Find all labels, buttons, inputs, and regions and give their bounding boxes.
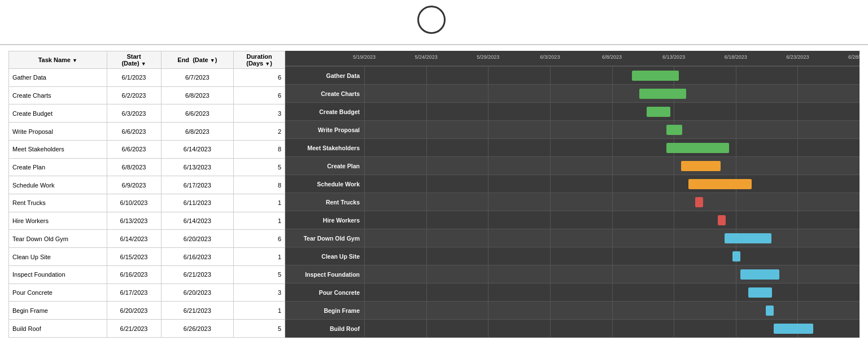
task-duration: 8	[234, 140, 285, 158]
col-start[interactable]: Start(Date) ▼	[107, 51, 161, 69]
gantt-row: Schedule Work	[285, 175, 860, 193]
table-row: Create Charts 6/2/2023 6/8/2023 6	[9, 86, 285, 104]
gantt-rows: Gather DataCreate ChartsCreate BudgetWri…	[285, 67, 860, 338]
gantt-vline	[612, 175, 613, 193]
gantt-row: Create Budget	[285, 103, 860, 121]
gantt-bar	[774, 324, 813, 334]
gantt-vline	[488, 229, 488, 247]
gantt-track	[364, 157, 860, 175]
task-start: 6/15/2023	[107, 248, 161, 266]
gantt-bar	[666, 143, 729, 153]
col-task[interactable]: Task Name ▼	[9, 51, 107, 69]
gantt-vline	[612, 139, 613, 156]
gantt-bar	[681, 161, 720, 171]
filter-icon-dur[interactable]: ▼	[265, 61, 270, 67]
table-row: Write Proposal 6/6/2023 6/8/2023 2	[9, 123, 285, 141]
gantt-row: Write Proposal	[285, 121, 860, 139]
task-end: 6/21/2023	[161, 302, 234, 320]
gantt-vline	[674, 265, 674, 283]
gantt-row-label: Build Roof	[285, 325, 364, 332]
gantt-inner: 5/19/20235/24/20235/29/20236/3/20236/8/2…	[285, 51, 860, 338]
task-name: Inspect Foundation	[9, 265, 107, 284]
gantt-vline	[488, 284, 488, 301]
gantt-vline	[736, 85, 736, 102]
filter-icon-start[interactable]: ▼	[141, 61, 146, 67]
gantt-vline	[612, 320, 613, 337]
task-name: Pour Concrete	[9, 284, 107, 302]
gantt-vline	[797, 284, 798, 301]
gantt-row-label: Begin Frame	[285, 307, 364, 314]
gantt-row: Meet Stakeholders	[285, 139, 860, 157]
filter-icon-end[interactable]: ▼	[210, 58, 215, 63]
col-end[interactable]: End (Date ▼)	[161, 51, 234, 69]
gantt-vline	[488, 157, 488, 175]
gantt-vline	[612, 67, 613, 84]
gantt-vline	[364, 139, 365, 156]
gantt-track	[364, 121, 860, 138]
gantt-row-label: Inspect Foundation	[285, 271, 364, 278]
gantt-vline	[550, 265, 551, 283]
gantt-row: Pour Concrete	[285, 284, 860, 302]
task-name: Begin Frame	[9, 302, 107, 320]
gantt-bar	[718, 215, 726, 225]
gantt-vline	[550, 157, 551, 175]
gantt-vline	[736, 67, 736, 84]
gantt-track	[364, 139, 860, 156]
gantt-header-row: 5/19/20235/24/20235/29/20236/3/20236/8/2…	[285, 51, 860, 67]
gantt-vline	[426, 103, 427, 120]
task-duration: 1	[234, 212, 285, 230]
gantt-vline	[426, 157, 427, 175]
gantt-vline	[612, 103, 613, 120]
gantt-vline	[550, 67, 551, 84]
table-row: Clean Up Site 6/15/2023 6/16/2023 1	[9, 248, 285, 266]
gantt-vline	[426, 175, 427, 193]
gantt-vline	[364, 85, 365, 102]
task-end: 6/14/2023	[161, 212, 234, 230]
top-area	[0, 0, 868, 45]
gantt-vline	[488, 85, 488, 102]
task-name: Tear Down Old Gym	[9, 230, 107, 248]
gantt-date-label: 6/18/2023	[725, 54, 747, 60]
gantt-track	[364, 103, 860, 120]
table-row: Meet Stakeholders 6/6/2023 6/14/2023 8	[9, 140, 285, 158]
gantt-vline	[426, 85, 427, 102]
gantt-vline	[488, 211, 488, 229]
gantt-vline	[364, 302, 365, 319]
gantt-track	[364, 175, 860, 193]
task-end: 6/14/2023	[161, 140, 234, 158]
gantt-row: Create Charts	[285, 85, 860, 103]
col-duration[interactable]: Duration(Days ▼)	[234, 51, 285, 69]
task-duration: 1	[234, 302, 285, 320]
filter-icon[interactable]: ▼	[72, 58, 77, 63]
gantt-date-label: 6/23/2023	[786, 54, 809, 60]
gantt-vline	[364, 229, 365, 247]
gantt-vline	[612, 193, 613, 211]
task-name: Clean Up Site	[9, 248, 107, 266]
gantt-bar	[732, 251, 740, 261]
gantt-vline	[674, 175, 674, 193]
gantt-row-label: Hire Workers	[285, 217, 364, 224]
gantt-track	[364, 193, 860, 211]
task-start: 6/20/2023	[107, 302, 161, 320]
main-content: Task Name ▼ Start(Date) ▼ End (Date ▼) D…	[0, 48, 868, 341]
gantt-track	[364, 211, 860, 229]
gantt-bar	[725, 233, 771, 243]
gantt-vline	[736, 157, 736, 175]
task-duration: 5	[234, 320, 285, 338]
gantt-vline	[364, 211, 365, 229]
task-name: Meet Stakeholders	[9, 140, 107, 158]
gantt-vline	[674, 103, 674, 120]
gantt-row: Rent Trucks	[285, 193, 860, 211]
gantt-vline	[612, 229, 613, 247]
gantt-bar	[695, 197, 703, 207]
gantt-vline	[797, 193, 798, 211]
gantt-row: Gather Data	[285, 67, 860, 85]
task-name: Build Roof	[9, 320, 107, 338]
gantt-row-label: Pour Concrete	[285, 289, 364, 296]
gantt-vline	[736, 103, 736, 120]
task-duration: 1	[234, 248, 285, 266]
gantt-vline	[674, 247, 674, 265]
task-name: Gather Data	[9, 69, 107, 87]
gantt-vline	[736, 193, 736, 211]
task-duration: 6	[234, 86, 285, 104]
